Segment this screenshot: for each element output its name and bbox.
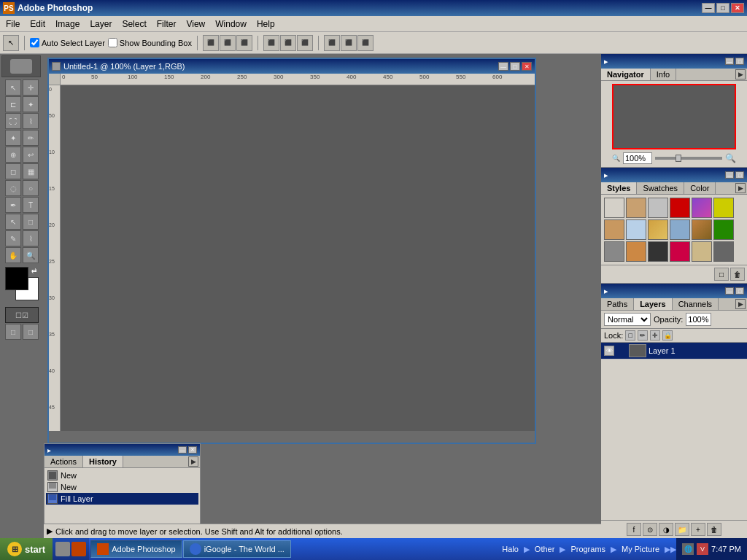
swatch-15[interactable] — [648, 241, 668, 262]
path-select-tool[interactable]: ↖ — [5, 214, 21, 230]
quickmask-tool[interactable]: ☐☑ — [5, 307, 39, 323]
styles-tab[interactable]: Styles — [601, 182, 637, 194]
menu-select[interactable]: Select — [117, 18, 150, 31]
opacity-input[interactable] — [686, 313, 711, 326]
lock-all-btn[interactable]: 🔒 — [662, 330, 673, 341]
swatch-9[interactable] — [648, 219, 668, 240]
dist-bottom-btn[interactable]: ⬛ — [297, 35, 313, 51]
history-close-btn[interactable]: ✕ — [188, 446, 197, 454]
menu-edit[interactable]: Edit — [26, 18, 50, 31]
hand-tool[interactable]: ✋ — [5, 247, 21, 263]
eraser-tool[interactable]: ◻ — [5, 163, 21, 179]
switch-colors-icon[interactable]: ⇄ — [31, 267, 37, 274]
nav-panel-menu-btn[interactable]: ▶ — [735, 69, 746, 79]
swatch-10[interactable] — [670, 219, 690, 240]
history-panel-menu-btn[interactable]: ▶ — [188, 456, 198, 467]
layers-panel-menu-btn[interactable]: ▶ — [735, 299, 746, 309]
swatch-14[interactable] — [626, 241, 646, 262]
align-center-btn[interactable]: ⬛ — [220, 35, 236, 51]
layer-item-1[interactable]: 👁 Layer 1 — [601, 343, 747, 359]
styles-panel-menu-btn[interactable]: ▶ — [735, 183, 746, 193]
swatch-2[interactable] — [626, 198, 646, 218]
show-desktop-icon[interactable] — [55, 542, 70, 556]
pen-tool[interactable]: ✒ — [5, 197, 21, 213]
layers-tab[interactable]: Layers — [634, 298, 672, 310]
swatch-5[interactable] — [692, 198, 712, 218]
history-brush-tool[interactable]: ↩ — [23, 147, 39, 163]
blend-mode-select[interactable]: Normal Dissolve Multiply Screen — [604, 313, 651, 326]
swatch-6[interactable] — [713, 198, 734, 218]
menu-help[interactable]: Help — [252, 18, 279, 31]
screen-mode-1[interactable]: □ — [5, 324, 21, 340]
screen-mode-2[interactable]: □ — [23, 324, 39, 340]
shape-tool[interactable]: □ — [23, 214, 39, 230]
navigator-zoom-slider[interactable]: 🔍 🔍 — [612, 152, 736, 164]
foreground-color[interactable] — [5, 267, 28, 290]
swatch-7[interactable] — [604, 219, 624, 240]
styles-expand-btn[interactable]: □ — [735, 171, 744, 179]
taskbar-browser[interactable]: iGoogle - The World ... — [183, 540, 291, 558]
nav-minimize-btn[interactable]: — — [725, 58, 734, 65]
swatch-13[interactable] — [604, 241, 624, 262]
dist-middle-btn[interactable]: ⬛ — [280, 35, 296, 51]
zoom-slider-bar[interactable] — [655, 157, 722, 160]
zoom-input[interactable] — [623, 152, 652, 164]
show-bounding-box-checkbox[interactable]: Show Bounding Box — [108, 38, 192, 47]
history-item-new-state[interactable]: New — [46, 470, 198, 481]
swatch-3[interactable] — [648, 198, 668, 218]
zoom-slider-thumb[interactable] — [676, 155, 681, 162]
swatch-16[interactable] — [670, 241, 690, 262]
swatch-1[interactable] — [604, 198, 624, 218]
layer-mask-btn[interactable]: ⊙ — [643, 523, 657, 536]
layer-effects-btn[interactable]: f — [627, 523, 641, 536]
layer-visibility-icon[interactable]: 👁 — [604, 346, 614, 356]
healing-tool[interactable]: ✦ — [5, 130, 21, 146]
menu-image[interactable]: Image — [51, 18, 84, 31]
layer-group-btn[interactable]: 📁 — [675, 523, 689, 536]
color-tab[interactable]: Color — [684, 182, 716, 194]
navigator-tab[interactable]: Navigator — [601, 69, 651, 80]
align-left-btn[interactable]: ⬛ — [203, 35, 219, 51]
styles-minimize-btn[interactable]: — — [725, 171, 734, 179]
doc-minimize-btn[interactable]: — — [498, 62, 508, 71]
swatch-8[interactable] — [626, 219, 646, 240]
nav-expand-btn[interactable]: □ — [735, 58, 744, 65]
selection-tool[interactable]: ↖ — [5, 79, 21, 96]
auto-select-layer-checkbox[interactable]: Auto Select Layer — [30, 38, 105, 47]
menu-window[interactable]: Window — [211, 18, 251, 31]
swatch-17[interactable] — [692, 241, 712, 262]
close-button[interactable]: ✕ — [731, 3, 744, 13]
transform-btn-2[interactable]: ⬛ — [341, 35, 357, 51]
color-picker[interactable]: ⇄ — [5, 267, 39, 300]
brush-tool[interactable]: ✏ — [23, 130, 39, 146]
lasso-tool[interactable]: ⊏ — [5, 96, 21, 112]
transform-btn-1[interactable]: ⬛ — [324, 35, 340, 51]
history-item-new-2[interactable]: New — [46, 481, 198, 493]
document-window-buttons[interactable]: — □ ✕ — [498, 62, 532, 71]
gradient-tool[interactable]: ▦ — [23, 163, 39, 179]
title-bar-buttons[interactable]: — □ ✕ — [702, 3, 744, 13]
layers-minimize-btn[interactable]: — — [725, 287, 734, 295]
doc-close-btn[interactable]: ✕ — [522, 62, 532, 71]
ie-icon[interactable] — [71, 542, 86, 556]
taskbar-photoshop[interactable]: Adobe Photoshop — [90, 540, 182, 558]
auto-select-checkbox[interactable] — [30, 38, 39, 47]
lock-move-btn[interactable]: ✛ — [650, 330, 660, 341]
history-title-buttons[interactable]: — ✕ — [178, 446, 197, 454]
start-button[interactable]: ⊞ start — [0, 538, 53, 560]
blur-tool[interactable]: ◌ — [5, 180, 21, 196]
menu-view[interactable]: View — [182, 18, 209, 31]
crop-tool[interactable]: ⛶ — [5, 113, 21, 129]
eyedropper2-tool[interactable]: ⌇ — [23, 230, 39, 246]
swatch-4[interactable] — [670, 198, 690, 218]
move-tool[interactable]: ✛ — [23, 79, 39, 96]
maximize-button[interactable]: □ — [716, 3, 729, 13]
bounding-box-checkbox[interactable] — [108, 38, 117, 47]
move-tool-icon[interactable]: ↖ — [3, 35, 19, 51]
notes-tool[interactable]: ✎ — [5, 230, 21, 246]
text-tool[interactable]: T — [23, 197, 39, 213]
styles-new-btn[interactable]: □ — [714, 268, 729, 281]
swatch-11[interactable] — [692, 219, 712, 240]
info-tab[interactable]: Info — [651, 69, 676, 80]
eyedropper-tool[interactable]: ⌇ — [23, 113, 39, 129]
